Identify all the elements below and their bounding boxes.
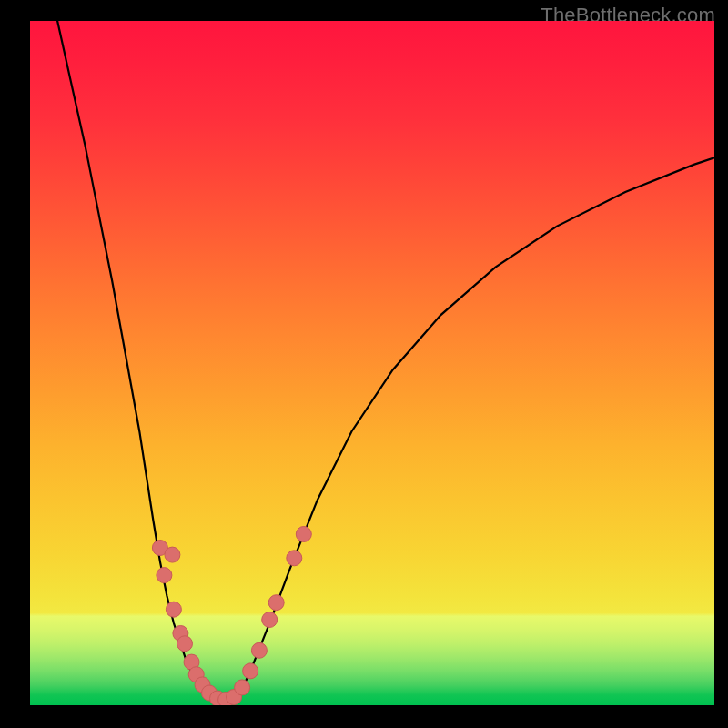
data-point-dot	[177, 636, 193, 652]
app-frame: TheBottleneck.com	[0, 0, 728, 728]
curve-layer	[57, 21, 714, 701]
bottleneck-curve	[57, 21, 714, 701]
dot-layer	[152, 527, 311, 706]
data-point-dot	[157, 568, 172, 583]
data-point-dot	[235, 680, 250, 695]
data-point-dot	[251, 642, 267, 658]
data-point-dot	[243, 663, 258, 679]
data-point-dot	[165, 547, 180, 562]
data-point-dot	[262, 612, 278, 628]
data-point-dot	[296, 527, 311, 542]
plot-area	[30, 21, 714, 705]
data-point-dot	[166, 602, 181, 617]
data-point-dot	[268, 595, 284, 611]
data-point-dot	[287, 551, 302, 566]
chart-svg	[30, 21, 714, 705]
